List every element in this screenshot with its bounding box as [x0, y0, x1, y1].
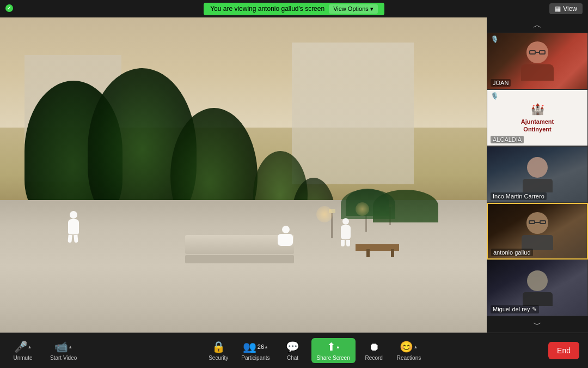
mute-indicator-alcaldia: 🎙️ [491, 92, 499, 100]
sidebar-nav-down[interactable]: ﹀ [487, 317, 588, 333]
participant-video-inco: Inco Martin Carrero [487, 146, 588, 203]
share-screen-button[interactable]: ⬆ ▲ Share Screen [311, 338, 356, 363]
participants-icon-area: 👥 26 ▲ [243, 340, 268, 353]
figure-child [68, 211, 79, 238]
security-label: Security [209, 355, 228, 361]
participant-name-antonio: antonio gallud [491, 249, 533, 256]
figure-sitting [278, 226, 294, 248]
chat-button[interactable]: 💬 Chat [279, 338, 307, 363]
mute-indicator-joan: 🎙️ [491, 35, 499, 43]
view-options-button[interactable]: View Options ▾ [329, 4, 378, 14]
participant-name-miguel: Miguel del rey ✎ [491, 305, 539, 313]
bush-mid [341, 189, 395, 219]
toolbar-right: End [548, 342, 579, 359]
record-button[interactable]: ⏺ Record [360, 339, 388, 363]
reactions-icon-area: 😊 ▲ [400, 340, 418, 353]
video-icon-area: 📹 ▲ [54, 340, 72, 353]
participant-name-joan: JOAN [491, 79, 511, 87]
video-caret: ▲ [68, 345, 72, 349]
bench-leg-2 [366, 249, 370, 257]
app-container: You are viewing antonio gallud's screen … [0, 0, 588, 368]
banner-text: You are viewing antonio gallud's screen [210, 5, 324, 13]
participant-video-alcaldia: 🏰 Ajuntament Ontinyent 🎙️ ALCALDIA [487, 89, 588, 146]
participant-video-joan: 🎙️ JOAN [487, 33, 588, 89]
share-screen-label: Share Screen [317, 355, 350, 361]
view-button[interactable]: ▦ View [549, 3, 583, 14]
share-icon: ⬆ [327, 340, 336, 353]
toolbar-left: 🎤 ▲ Unmute 📹 ▲ Start Video [9, 338, 81, 363]
sidebar: ︿ 🎙️ [487, 17, 588, 333]
view-label: View [563, 5, 577, 13]
light-glow-2 [356, 202, 369, 216]
reactions-button[interactable]: 😊 ▲ Reactions [393, 338, 425, 363]
unmute-icon-area: 🎤 ▲ [14, 340, 32, 353]
figure-standing [341, 218, 351, 244]
view-icon: ▦ [555, 5, 561, 13]
zoom-status-dot [5, 4, 13, 12]
light-glow-1 [316, 206, 333, 222]
chat-label: Chat [287, 355, 298, 361]
screen-share-banner: You are viewing antonio gallud's screen … [204, 3, 384, 15]
participants-icon: 👥 [243, 340, 256, 353]
share-caret: ▲ [336, 345, 340, 349]
security-button[interactable]: 🔒 Security [204, 338, 232, 363]
bench-leg [391, 249, 394, 257]
mic-caret: ▲ [28, 345, 32, 349]
unmute-button[interactable]: 🎤 ▲ Unmute [9, 338, 37, 363]
record-label: Record [365, 355, 383, 361]
participant-name-inco: Inco Martin Carrero [491, 192, 547, 200]
building-right [292, 43, 414, 184]
top-bar: You are viewing antonio gallud's screen … [0, 0, 588, 17]
shared-screen [0, 17, 487, 333]
camera-icon: 📹 [54, 340, 68, 353]
main-video-area [0, 17, 487, 333]
arch-scene [0, 17, 487, 333]
participants-label: Participants [241, 355, 270, 361]
castle-icon: 🏰 [531, 102, 544, 116]
bench-base [185, 255, 294, 263]
sidebar-nav-up[interactable]: ︿ [487, 17, 588, 33]
toolbar-center: 🔒 Security 👥 26 ▲ Participants 💬 Chat [81, 338, 548, 363]
top-right-controls: ▦ View [549, 3, 583, 14]
security-icon: 🔒 [212, 340, 225, 353]
participants-caret: ▲ [264, 345, 268, 349]
chat-icon: 💬 [286, 340, 299, 353]
chevron-down-icon: ﹀ [533, 319, 542, 331]
participants-button[interactable]: 👥 26 ▲ Participants [237, 338, 274, 363]
chevron-up-icon: ︿ [533, 20, 542, 31]
participants-count: 26 [258, 343, 264, 350]
share-icon-area: ⬆ ▲ [327, 340, 340, 353]
toolbar: 🎤 ▲ Unmute 📹 ▲ Start Video 🔒 Security [0, 333, 588, 368]
unmute-label: Unmute [13, 355, 32, 361]
end-button[interactable]: End [548, 342, 579, 359]
mic-icon: 🎤 [14, 340, 28, 353]
participant-video-miguel: Miguel del rey ✎ [487, 260, 588, 316]
content-area: ︿ 🎙️ [0, 17, 588, 333]
reactions-icon: 😊 [400, 340, 413, 353]
start-video-button[interactable]: 📹 ▲ Start Video [46, 338, 81, 363]
alcaldia-logo-text: Ajuntament Ontinyent [521, 118, 554, 134]
reactions-caret: ▲ [413, 345, 418, 349]
start-video-label: Start Video [50, 355, 77, 361]
zoom-logo [5, 4, 13, 12]
reactions-label: Reactions [397, 355, 421, 361]
record-icon: ⏺ [369, 341, 379, 353]
participant-name-alcaldia: ALCALDIA [491, 136, 524, 143]
participant-video-antonio: antonio gallud [487, 203, 588, 260]
